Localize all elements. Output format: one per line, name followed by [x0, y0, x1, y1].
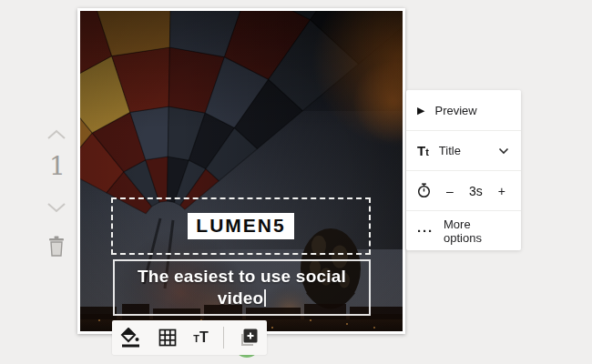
headline-line-1: The easiest to use social	[138, 266, 346, 288]
video-canvas[interactable]: LUMEN5 The easiest to use social video	[77, 8, 405, 334]
duration-value: 3s	[469, 184, 483, 198]
chevron-down-icon	[46, 201, 67, 214]
slide-number: 1	[42, 151, 73, 181]
logo-text-box[interactable]: LUMEN5	[111, 197, 371, 255]
preview-label: Preview	[434, 104, 476, 117]
toolbar-divider	[223, 327, 224, 349]
add-media-icon	[239, 328, 259, 348]
preview-button[interactable]: ▶ Preview	[406, 90, 521, 130]
logo-text: LUMEN5	[188, 213, 293, 238]
layout-grid-button[interactable]	[157, 327, 179, 349]
more-options-label: More options	[444, 217, 509, 245]
text-style-icon: T	[193, 333, 199, 344]
fill-color-button[interactable]	[118, 326, 144, 349]
headline-text-box[interactable]: The easiest to use social video	[113, 259, 371, 316]
duration-increase-button[interactable]: +	[496, 184, 507, 198]
chevron-down-icon	[498, 147, 509, 155]
fill-color-icon	[120, 328, 142, 348]
slide-toolbar: TT	[112, 320, 267, 355]
text-style-button[interactable]: TT	[191, 329, 210, 347]
slide-context-menu: ▶ Preview Tt Title – 3s + ··· More optio…	[406, 90, 521, 250]
text-caret	[264, 289, 266, 307]
stopwatch-icon	[417, 183, 431, 198]
more-options-button[interactable]: ··· More options	[406, 210, 521, 250]
duration-control: – 3s +	[406, 170, 521, 210]
chevron-up-icon	[46, 128, 67, 141]
headline-line-2: video	[138, 288, 346, 309]
headline-text: The easiest to use social video	[138, 266, 346, 310]
add-media-button[interactable]	[237, 326, 260, 349]
delete-slide-button[interactable]	[46, 236, 66, 258]
duration-decrease-button[interactable]: –	[444, 184, 455, 198]
title-style-label: Title	[439, 144, 461, 157]
move-slide-up-button[interactable]	[46, 128, 67, 141]
move-slide-down-button[interactable]	[46, 201, 67, 214]
layout-grid-icon	[158, 329, 177, 347]
play-icon: ▶	[417, 105, 424, 116]
trash-icon	[46, 236, 66, 258]
title-style-selector[interactable]: Tt Title	[406, 130, 521, 170]
ellipsis-icon: ···	[417, 227, 434, 235]
title-style-icon: Tt	[417, 144, 429, 157]
